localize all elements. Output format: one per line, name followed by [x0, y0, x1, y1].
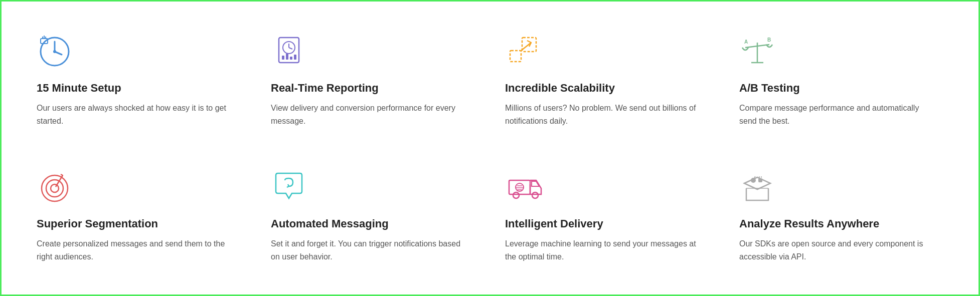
features-grid: 15 Minute Setup Our users are always sho… [2, 2, 978, 293]
feature-card-scalability: Incredible Scalability Millions of users… [500, 22, 714, 137]
segmentation-title: Superior Segmentation [37, 217, 236, 230]
setup-title: 15 Minute Setup [37, 82, 236, 95]
setup-desc: Our users are always shocked at how easy… [37, 102, 236, 127]
feature-card-reporting: Real-Time Reporting View delivery and co… [266, 22, 480, 137]
ab-title: A/B Testing [739, 82, 938, 95]
analyze-title: Analyze Results Anywhere [739, 217, 938, 230]
messaging-desc: Set it and forget it. You can trigger no… [271, 237, 470, 263]
messaging-title: Automated Messaging [271, 217, 470, 230]
svg-rect-15 [294, 55, 296, 60]
delivery-desc: Leverage machine learning to send your m… [505, 237, 704, 263]
svg-text:B: B [767, 37, 771, 43]
reporting-title: Real-Time Reporting [271, 82, 470, 95]
svg-line-37 [754, 176, 755, 178]
messaging-icon [271, 167, 311, 207]
segmentation-icon [37, 167, 77, 207]
svg-rect-12 [282, 56, 284, 60]
svg-rect-13 [286, 54, 288, 60]
svg-rect-14 [290, 57, 292, 60]
scalability-desc: Millions of users? No problem. We send o… [505, 102, 704, 127]
feature-card-ab: A B A/B Testing Compare message performa… [734, 22, 948, 137]
scalability-title: Incredible Scalability [505, 82, 704, 95]
scalability-icon [505, 32, 545, 72]
feature-card-delivery: Intelligent Delivery Leverage machine le… [500, 157, 714, 273]
feature-card-setup: 15 Minute Setup Our users are always sho… [32, 22, 246, 137]
analyze-icon [739, 167, 779, 207]
svg-rect-38 [758, 178, 762, 182]
reporting-desc: View delivery and conversion performance… [271, 102, 470, 127]
svg-point-26 [51, 184, 59, 192]
svg-text:A: A [744, 39, 748, 45]
feature-card-messaging: Automated Messaging Set it and forget it… [266, 157, 480, 273]
svg-point-36 [751, 178, 756, 183]
svg-rect-16 [510, 51, 521, 62]
svg-line-11 [289, 48, 292, 49]
feature-card-analyze: Analyze Results Anywhere Our SDKs are op… [734, 157, 948, 273]
svg-point-25 [46, 180, 63, 197]
svg-line-3 [55, 52, 62, 55]
svg-rect-28 [509, 180, 530, 194]
reporting-icon [271, 32, 311, 72]
delivery-title: Intelligent Delivery [505, 217, 704, 230]
analyze-desc: Our SDKs are open source and every compo… [739, 237, 938, 263]
delivery-icon [505, 167, 545, 207]
ab-icon: A B [739, 32, 779, 72]
ab-desc: Compare message performance and automati… [739, 102, 938, 127]
segmentation-desc: Create personalized messages and send th… [37, 237, 236, 263]
setup-icon [37, 32, 77, 72]
feature-card-segmentation: Superior Segmentation Create personalize… [32, 157, 246, 273]
svg-point-29 [513, 192, 519, 198]
svg-point-30 [532, 192, 538, 198]
